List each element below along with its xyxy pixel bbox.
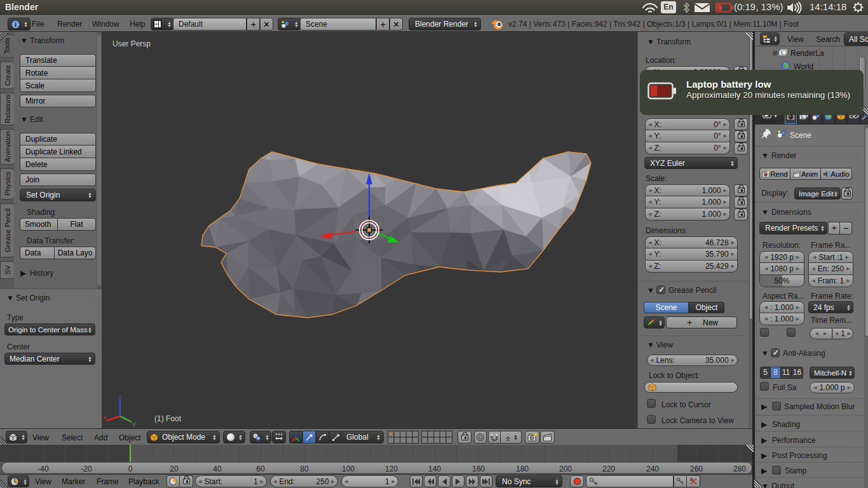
svg-text:x: x: [104, 414, 107, 421]
svg-text:i: i: [15, 21, 17, 28]
svg-text:z: z: [119, 394, 122, 400]
svg-text:y: y: [133, 421, 136, 427]
